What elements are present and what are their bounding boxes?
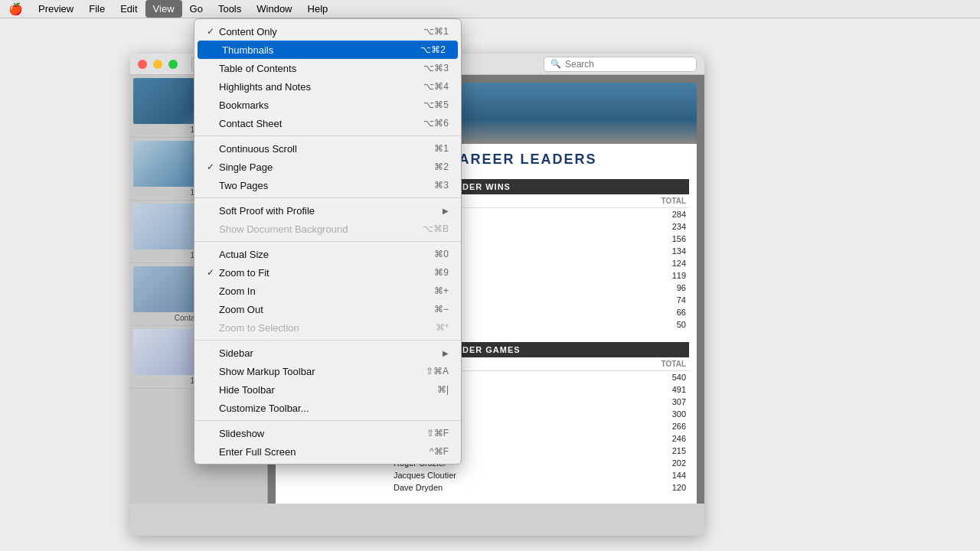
menu-label-20: Slideshow <box>219 428 426 439</box>
menu-shortcut-4: ⌥⌘5 <box>423 99 449 110</box>
menu-item-enter-full-screen[interactable]: Enter Full Screen^⌘F <box>194 442 461 461</box>
submenu-arrow-9: ▶ <box>443 207 449 215</box>
games-total-5: 246 <box>596 432 689 445</box>
menu-item-thumbnails[interactable]: Thumbnails⌥⌘2 <box>198 41 458 59</box>
menu-divider-after-19 <box>194 420 461 421</box>
menu-label-7: Single Page <box>219 161 434 173</box>
menu-item-zoom-in[interactable]: Zoom In⌘+ <box>194 282 461 300</box>
menu-label-5: Contact Sheet <box>219 118 423 129</box>
menu-label-13: Zoom In <box>219 285 434 297</box>
menu-label-17: Show Markup Toolbar <box>219 366 426 377</box>
menu-label-21: Enter Full Screen <box>219 446 430 458</box>
search-box[interactable]: 🔍 <box>544 57 697 72</box>
wins-total-8: 66 <box>597 306 689 318</box>
games-total-1: 491 <box>596 383 689 396</box>
menu-divider-after-10 <box>194 241 461 242</box>
wins-total-0: 284 <box>597 208 689 221</box>
menu-item-soft-proof-with-profile[interactable]: Soft Proof with Profile▶ <box>194 201 461 220</box>
menu-item-bookmarks[interactable]: Bookmarks⌥⌘5 <box>194 96 461 114</box>
wins-total-2: 156 <box>597 233 689 245</box>
menu-item-hide-toolbar[interactable]: Hide Toolbar⌘| <box>194 380 461 399</box>
menu-item-continuous-scroll[interactable]: Continuous Scroll⌘1 <box>194 139 461 158</box>
games-total-3: 300 <box>596 408 689 420</box>
menu-item-table-of-contents[interactable]: Table of Contents⌥⌘3 <box>194 59 461 77</box>
menu-item-sidebar[interactable]: Sidebar▶ <box>194 344 461 362</box>
menu-shortcut-12: ⌘9 <box>434 267 449 278</box>
menu-label-19: Customize Toolbar... <box>219 403 449 414</box>
menu-shortcut-7: ⌘2 <box>434 161 449 172</box>
menu-item-highlights-and-notes[interactable]: Highlights and Notes⌥⌘4 <box>194 77 461 96</box>
col-total-header: TOTAL <box>597 194 689 208</box>
menu-label-3: Highlights and Notes <box>219 81 423 93</box>
menu-label-16: Sidebar <box>219 347 443 359</box>
menubar-preview[interactable]: Preview <box>31 0 81 18</box>
maximize-button[interactable] <box>168 60 178 69</box>
games-total-6: 215 <box>596 445 689 457</box>
menu-shortcut-1: ⌥⌘2 <box>420 44 446 55</box>
menu-shortcut-10: ⌥⌘B <box>423 223 449 234</box>
menu-label-14: Zoom Out <box>219 304 434 315</box>
menubar-window[interactable]: Window <box>249 0 299 18</box>
menu-item-zoom-to-selection: Zoom to Selection⌘* <box>194 318 461 337</box>
menu-shortcut-0: ⌥⌘1 <box>423 26 449 37</box>
menu-label-10: Show Document Background <box>219 223 423 235</box>
menu-item-two-pages[interactable]: Two Pages⌘3 <box>194 176 461 194</box>
menubar-file[interactable]: File <box>81 0 113 18</box>
wins-total-3: 134 <box>597 245 689 257</box>
wins-total-1: 234 <box>597 220 689 233</box>
menu-shortcut-15: ⌘* <box>436 322 449 333</box>
menu-shortcut-13: ⌘+ <box>434 285 449 296</box>
menubar-view[interactable]: View <box>145 0 182 18</box>
wins-total-7: 74 <box>597 294 689 306</box>
menu-shortcut-11: ⌘0 <box>434 249 449 259</box>
menu-item-customize-toolbar[interactable]: Customize Toolbar... <box>194 399 461 417</box>
menu-checkmark-7: ✓ <box>207 161 219 172</box>
games-total-2: 307 <box>596 396 689 408</box>
menu-shortcut-3: ⌥⌘4 <box>423 81 449 92</box>
menu-item-zoom-out[interactable]: Zoom Out⌘− <box>194 300 461 318</box>
games-row-9: Dave Dryden120 <box>390 481 689 494</box>
minimize-button[interactable] <box>153 60 162 69</box>
menu-shortcut-14: ⌘− <box>434 304 449 315</box>
menu-item-show-markup-toolbar[interactable]: Show Markup Toolbar⇧⌘A <box>194 362 461 380</box>
menu-divider-after-15 <box>194 340 461 341</box>
games-total-4: 266 <box>596 420 689 432</box>
menu-item-zoom-to-fit[interactable]: ✓Zoom to Fit⌘9 <box>194 263 461 282</box>
menubar-help[interactable]: Help <box>300 0 336 18</box>
wins-total-4: 124 <box>597 257 689 269</box>
menu-divider-after-5 <box>194 135 461 136</box>
close-button[interactable] <box>138 60 147 69</box>
apple-menu[interactable]: 🍎 <box>0 2 31 16</box>
menu-label-15: Zoom to Selection <box>219 322 436 334</box>
menubar-tools[interactable]: Tools <box>211 0 249 18</box>
col-total-games-header: TOTAL <box>596 357 689 371</box>
view-menu-dropdown: ✓Content Only⌥⌘1Thumbnails⌥⌘2Table of Co… <box>194 18 462 465</box>
menu-shortcut-17: ⇧⌘A <box>426 366 449 377</box>
menu-label-2: Table of Contents <box>219 63 423 74</box>
wins-total-9: 50 <box>597 318 689 331</box>
search-icon: 🔍 <box>550 59 561 69</box>
menu-label-8: Two Pages <box>219 180 434 191</box>
menu-item-show-document-background: Show Document Background⌥⌘B <box>194 220 461 238</box>
games-player-8: Jacques Cloutier <box>390 469 596 481</box>
menu-shortcut-20: ⇧⌘F <box>426 428 449 439</box>
menu-item-contact-sheet[interactable]: Contact Sheet⌥⌘6 <box>194 114 461 132</box>
menu-label-4: Bookmarks <box>219 99 423 111</box>
menu-item-content-only[interactable]: ✓Content Only⌥⌘1 <box>194 22 461 41</box>
submenu-arrow-16: ▶ <box>443 349 449 357</box>
menubar-go[interactable]: Go <box>182 0 211 18</box>
menu-label-6: Continuous Scroll <box>219 143 434 155</box>
search-input[interactable] <box>565 59 680 70</box>
menu-label-9: Soft Proof with Profile <box>219 205 443 217</box>
menubar-edit[interactable]: Edit <box>113 0 145 18</box>
menu-item-single-page[interactable]: ✓Single Page⌘2 <box>194 158 461 176</box>
menu-divider-after-8 <box>194 197 461 198</box>
menu-shortcut-2: ⌥⌘3 <box>423 63 449 73</box>
menu-shortcut-5: ⌥⌘6 <box>423 118 449 129</box>
menu-label-1: Thumbnails <box>222 44 420 56</box>
menu-checkmark-0: ✓ <box>207 26 219 37</box>
menubar: 🍎 Preview File Edit View Go Tools Window… <box>0 0 980 18</box>
games-player-9: Dave Dryden <box>390 481 596 494</box>
menu-item-actual-size[interactable]: Actual Size⌘0 <box>194 245 461 263</box>
menu-item-slideshow[interactable]: Slideshow⇧⌘F <box>194 424 461 442</box>
